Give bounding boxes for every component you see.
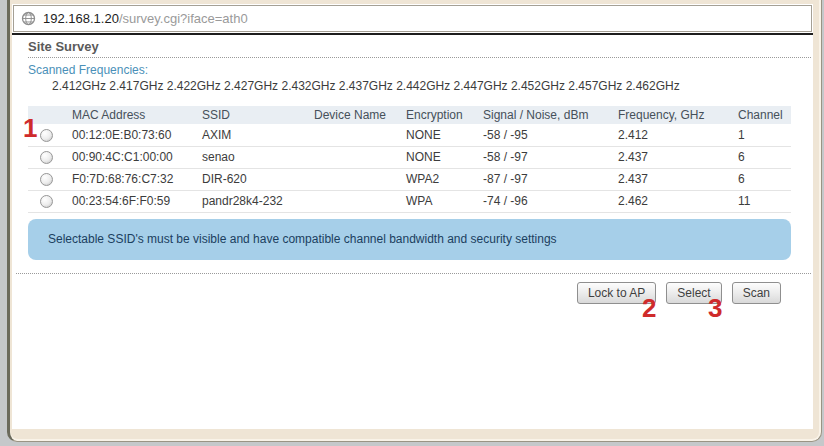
- cell-signal-noise: -58 / -97: [475, 146, 610, 168]
- annotation-2: 2: [642, 295, 656, 321]
- ap-radio[interactable]: [40, 129, 53, 142]
- cell-channel: 1: [730, 124, 791, 146]
- header-ssid: SSID: [194, 106, 306, 124]
- header-mac-address: MAC Address: [64, 106, 194, 124]
- notice-banner: Selectable SSID's must be visible and ha…: [28, 219, 791, 260]
- annotation-1: 1: [23, 115, 37, 141]
- table-row: 00:90:4C:C1:00:00 senao NONE -58 / -97 2…: [28, 146, 791, 168]
- radio-cell: [28, 146, 64, 168]
- browser-content: 192.168.1.20/survey.cgi?iface=ath0 Site …: [12, 4, 813, 429]
- cell-channel: 11: [730, 190, 791, 212]
- radio-cell: [28, 168, 64, 190]
- cell-device-name: [306, 190, 398, 212]
- url-path: /survey.cgi?iface=ath0: [119, 11, 248, 26]
- cell-mac: F0:7D:68:76:C7:32: [64, 168, 194, 190]
- header-encryption: Encryption: [398, 106, 475, 124]
- ap-radio[interactable]: [40, 173, 53, 186]
- cell-frequency: 2.462: [610, 190, 730, 212]
- cell-encryption: WPA: [398, 190, 475, 212]
- header-device-name: Device Name: [306, 106, 398, 124]
- table-row: 00:23:54:6F:F0:59 pandr28k4-232 WPA -74 …: [28, 190, 791, 212]
- url-text[interactable]: 192.168.1.20/survey.cgi?iface=ath0: [43, 11, 248, 26]
- ap-radio[interactable]: [40, 151, 53, 164]
- cell-frequency: 2.412: [610, 124, 730, 146]
- header-channel: Channel: [730, 106, 791, 124]
- cell-mac: 00:12:0E:B0:73:60: [64, 124, 194, 146]
- browser-window: 192.168.1.20/survey.cgi?iface=ath0 Site …: [7, 0, 822, 442]
- cell-device-name: [306, 168, 398, 190]
- cell-device-name: [306, 146, 398, 168]
- table-row: F0:7D:68:76:C7:32 DIR-620 WPA2 -87 / -97…: [28, 168, 791, 190]
- cell-channel: 6: [730, 146, 791, 168]
- address-bar[interactable]: 192.168.1.20/survey.cgi?iface=ath0: [13, 5, 812, 32]
- cell-ssid: senao: [194, 146, 306, 168]
- scanned-frequencies-label: Scanned Frequencies:: [28, 63, 797, 77]
- radio-cell: [28, 190, 64, 212]
- cell-signal-noise: -74 / -96: [475, 190, 610, 212]
- cell-ssid: AXIM: [194, 124, 306, 146]
- table-header-row: MAC Address SSID Device Name Encryption …: [28, 106, 791, 124]
- cell-channel: 6: [730, 168, 791, 190]
- globe-icon: [21, 11, 36, 26]
- cell-encryption: NONE: [398, 146, 475, 168]
- table-row: 00:12:0E:B0:73:60 AXIM NONE -58 / -95 2.…: [28, 124, 791, 146]
- button-row: Lock to AP Select Scan: [28, 282, 791, 304]
- header-signal-noise: Signal / Noise, dBm: [475, 106, 610, 124]
- cell-encryption: NONE: [398, 124, 475, 146]
- cell-mac: 00:90:4C:C1:00:00: [64, 146, 194, 168]
- ap-survey-table: MAC Address SSID Device Name Encryption …: [28, 106, 791, 213]
- separator: [16, 273, 811, 274]
- cell-signal-noise: -58 / -95: [475, 124, 610, 146]
- cell-device-name: [306, 124, 398, 146]
- cell-encryption: WPA2: [398, 168, 475, 190]
- annotation-3: 3: [708, 295, 722, 321]
- scanned-frequencies-list: 2.412GHz 2.417GHz 2.422GHz 2.427GHz 2.43…: [52, 79, 797, 93]
- cell-mac: 00:23:54:6F:F0:59: [64, 190, 194, 212]
- cell-signal-noise: -87 / -97: [475, 168, 610, 190]
- page-title: Site Survey: [28, 39, 811, 58]
- cell-ssid: pandr28k4-232: [194, 190, 306, 212]
- site-survey-page: Site Survey Scanned Frequencies: 2.412GH…: [12, 35, 813, 429]
- header-frequency: Frequency, GHz: [610, 106, 730, 124]
- url-host: 192.168.1.20: [43, 11, 119, 26]
- ap-radio[interactable]: [40, 195, 53, 208]
- cell-ssid: DIR-620: [194, 168, 306, 190]
- cell-frequency: 2.437: [610, 146, 730, 168]
- cell-frequency: 2.437: [610, 168, 730, 190]
- scan-button[interactable]: Scan: [732, 282, 781, 304]
